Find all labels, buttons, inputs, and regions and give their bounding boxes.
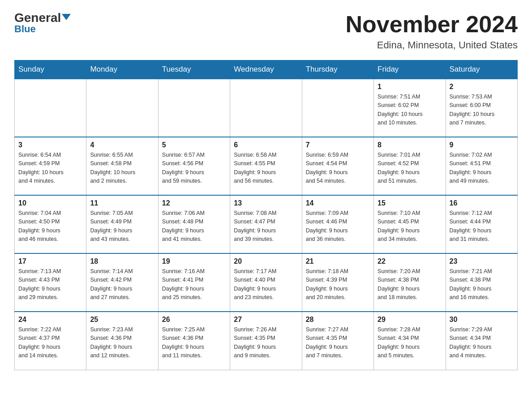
calendar-day-header: Saturday xyxy=(446,60,517,79)
day-info: Sunrise: 6:58 AM Sunset: 4:55 PM Dayligh… xyxy=(234,151,298,186)
day-number: 11 xyxy=(90,199,154,207)
day-info: Sunrise: 7:05 AM Sunset: 4:49 PM Dayligh… xyxy=(90,209,154,244)
title-block: November 2024 Edina, Minnesota, United S… xyxy=(346,11,518,51)
calendar-cell: 26Sunrise: 7:25 AM Sunset: 4:36 PM Dayli… xyxy=(158,312,230,370)
calendar-week-row: 10Sunrise: 7:04 AM Sunset: 4:50 PM Dayli… xyxy=(15,195,518,253)
day-info: Sunrise: 7:53 AM Sunset: 6:00 PM Dayligh… xyxy=(450,93,514,128)
calendar-cell: 30Sunrise: 7:29 AM Sunset: 4:34 PM Dayli… xyxy=(446,312,517,370)
calendar-cell: 3Sunrise: 6:54 AM Sunset: 4:59 PM Daylig… xyxy=(15,137,86,195)
day-info: Sunrise: 6:59 AM Sunset: 4:54 PM Dayligh… xyxy=(306,151,370,186)
calendar-cell: 20Sunrise: 7:17 AM Sunset: 4:40 PM Dayli… xyxy=(230,253,302,312)
day-info: Sunrise: 7:25 AM Sunset: 4:36 PM Dayligh… xyxy=(162,325,226,360)
calendar-cell xyxy=(302,79,373,137)
day-info: Sunrise: 7:12 AM Sunset: 4:44 PM Dayligh… xyxy=(450,209,514,244)
calendar-day-header: Wednesday xyxy=(230,60,302,79)
calendar-day-header: Tuesday xyxy=(158,60,230,79)
calendar-cell: 6Sunrise: 6:58 AM Sunset: 4:55 PM Daylig… xyxy=(230,137,302,195)
day-number: 6 xyxy=(234,141,298,149)
day-info: Sunrise: 7:20 AM Sunset: 4:38 PM Dayligh… xyxy=(378,267,442,302)
logo: General Blue xyxy=(14,11,71,35)
calendar-cell: 21Sunrise: 7:18 AM Sunset: 4:39 PM Dayli… xyxy=(302,253,373,312)
calendar-cell: 9Sunrise: 7:02 AM Sunset: 4:51 PM Daylig… xyxy=(446,137,517,195)
calendar-cell: 14Sunrise: 7:09 AM Sunset: 4:46 PM Dayli… xyxy=(302,195,373,253)
day-number: 8 xyxy=(378,141,442,149)
day-info: Sunrise: 7:26 AM Sunset: 4:35 PM Dayligh… xyxy=(234,325,298,360)
calendar-cell: 8Sunrise: 7:01 AM Sunset: 4:52 PM Daylig… xyxy=(374,137,446,195)
calendar-cell: 18Sunrise: 7:14 AM Sunset: 4:42 PM Dayli… xyxy=(86,253,158,312)
day-number: 23 xyxy=(450,257,514,265)
calendar-cell xyxy=(230,79,302,137)
month-title: November 2024 xyxy=(346,11,518,38)
calendar-cell xyxy=(15,79,86,137)
calendar-cell: 12Sunrise: 7:06 AM Sunset: 4:48 PM Dayli… xyxy=(158,195,230,253)
day-number: 18 xyxy=(90,257,154,265)
calendar-cell: 11Sunrise: 7:05 AM Sunset: 4:49 PM Dayli… xyxy=(86,195,158,253)
calendar-cell: 28Sunrise: 7:27 AM Sunset: 4:35 PM Dayli… xyxy=(302,312,373,370)
calendar-cell: 10Sunrise: 7:04 AM Sunset: 4:50 PM Dayli… xyxy=(15,195,86,253)
calendar-week-row: 17Sunrise: 7:13 AM Sunset: 4:43 PM Dayli… xyxy=(15,253,518,312)
calendar-day-header: Monday xyxy=(86,60,158,79)
calendar-week-row: 24Sunrise: 7:22 AM Sunset: 4:37 PM Dayli… xyxy=(15,312,518,370)
day-info: Sunrise: 7:08 AM Sunset: 4:47 PM Dayligh… xyxy=(234,209,298,244)
day-info: Sunrise: 7:06 AM Sunset: 4:48 PM Dayligh… xyxy=(162,209,226,244)
day-number: 15 xyxy=(378,199,442,207)
day-number: 14 xyxy=(306,199,370,207)
logo-triangle-icon xyxy=(62,14,71,20)
calendar-cell: 13Sunrise: 7:08 AM Sunset: 4:47 PM Dayli… xyxy=(230,195,302,253)
calendar-cell: 7Sunrise: 6:59 AM Sunset: 4:54 PM Daylig… xyxy=(302,137,373,195)
day-number: 17 xyxy=(18,257,82,265)
day-number: 20 xyxy=(234,257,298,265)
calendar-day-header: Thursday xyxy=(302,60,373,79)
calendar-cell: 19Sunrise: 7:16 AM Sunset: 4:41 PM Dayli… xyxy=(158,253,230,312)
day-number: 29 xyxy=(378,316,442,324)
day-number: 19 xyxy=(162,257,226,265)
calendar-cell: 5Sunrise: 6:57 AM Sunset: 4:56 PM Daylig… xyxy=(158,137,230,195)
day-info: Sunrise: 7:09 AM Sunset: 4:46 PM Dayligh… xyxy=(306,209,370,244)
day-number: 10 xyxy=(18,199,82,207)
calendar-week-row: 3Sunrise: 6:54 AM Sunset: 4:59 PM Daylig… xyxy=(15,137,518,195)
calendar-cell: 16Sunrise: 7:12 AM Sunset: 4:44 PM Dayli… xyxy=(446,195,517,253)
day-info: Sunrise: 7:16 AM Sunset: 4:41 PM Dayligh… xyxy=(162,267,226,302)
page-header: General Blue November 2024 Edina, Minnes… xyxy=(14,11,518,51)
calendar-cell xyxy=(86,79,158,137)
day-number: 30 xyxy=(450,316,514,324)
calendar-cell xyxy=(158,79,230,137)
day-number: 1 xyxy=(378,83,442,91)
day-number: 13 xyxy=(234,199,298,207)
calendar-cell: 24Sunrise: 7:22 AM Sunset: 4:37 PM Dayli… xyxy=(15,312,86,370)
day-number: 22 xyxy=(378,257,442,265)
day-number: 7 xyxy=(306,141,370,149)
day-info: Sunrise: 7:21 AM Sunset: 4:38 PM Dayligh… xyxy=(450,267,514,302)
day-number: 28 xyxy=(306,316,370,324)
day-number: 25 xyxy=(90,316,154,324)
day-info: Sunrise: 7:27 AM Sunset: 4:35 PM Dayligh… xyxy=(306,325,370,360)
day-info: Sunrise: 7:04 AM Sunset: 4:50 PM Dayligh… xyxy=(18,209,82,244)
calendar-cell: 29Sunrise: 7:28 AM Sunset: 4:34 PM Dayli… xyxy=(374,312,446,370)
day-number: 24 xyxy=(18,316,82,324)
day-info: Sunrise: 7:28 AM Sunset: 4:34 PM Dayligh… xyxy=(378,325,442,360)
calendar-cell: 23Sunrise: 7:21 AM Sunset: 4:38 PM Dayli… xyxy=(446,253,517,312)
day-number: 2 xyxy=(450,83,514,91)
calendar-cell: 1Sunrise: 7:51 AM Sunset: 6:02 PM Daylig… xyxy=(374,79,446,137)
calendar-day-header: Friday xyxy=(374,60,446,79)
day-info: Sunrise: 6:55 AM Sunset: 4:58 PM Dayligh… xyxy=(90,151,154,186)
calendar-week-row: 1Sunrise: 7:51 AM Sunset: 6:02 PM Daylig… xyxy=(15,79,518,137)
day-number: 5 xyxy=(162,141,226,149)
day-number: 4 xyxy=(90,141,154,149)
day-info: Sunrise: 7:13 AM Sunset: 4:43 PM Dayligh… xyxy=(18,267,82,302)
calendar-table: SundayMondayTuesdayWednesdayThursdayFrid… xyxy=(14,60,518,370)
calendar-cell: 25Sunrise: 7:23 AM Sunset: 4:36 PM Dayli… xyxy=(86,312,158,370)
calendar-cell: 27Sunrise: 7:26 AM Sunset: 4:35 PM Dayli… xyxy=(230,312,302,370)
day-number: 27 xyxy=(234,316,298,324)
calendar-cell: 4Sunrise: 6:55 AM Sunset: 4:58 PM Daylig… xyxy=(86,137,158,195)
day-number: 16 xyxy=(450,199,514,207)
calendar-header-row: SundayMondayTuesdayWednesdayThursdayFrid… xyxy=(15,60,518,79)
day-number: 12 xyxy=(162,199,226,207)
day-number: 26 xyxy=(162,316,226,324)
day-info: Sunrise: 7:01 AM Sunset: 4:52 PM Dayligh… xyxy=(378,151,442,186)
calendar-cell: 2Sunrise: 7:53 AM Sunset: 6:00 PM Daylig… xyxy=(446,79,517,137)
calendar-cell: 17Sunrise: 7:13 AM Sunset: 4:43 PM Dayli… xyxy=(15,253,86,312)
day-info: Sunrise: 7:29 AM Sunset: 4:34 PM Dayligh… xyxy=(450,325,514,360)
day-info: Sunrise: 7:14 AM Sunset: 4:42 PM Dayligh… xyxy=(90,267,154,302)
day-info: Sunrise: 6:54 AM Sunset: 4:59 PM Dayligh… xyxy=(18,151,82,186)
